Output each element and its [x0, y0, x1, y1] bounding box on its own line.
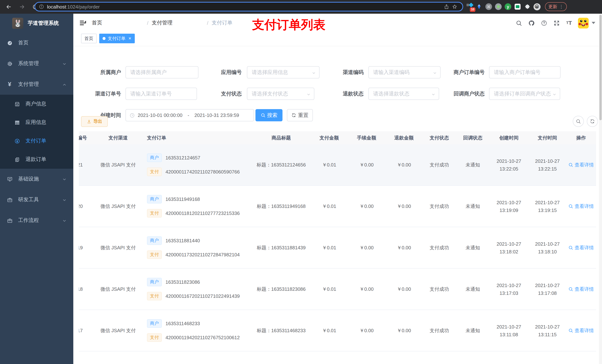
date-range-input[interactable]: 2021-10-01 00:00:00 - 2021-10-31 23:59:5… [126, 109, 254, 121]
channel-order-no-input[interactable]: 请输入渠道订单号 [126, 88, 197, 100]
sidebar-item-app-info[interactable]: 应用信息 [0, 113, 73, 132]
app-logo[interactable]: 🐰 芋道管理系统 [0, 14, 73, 32]
export-button[interactable]: 导出 [81, 116, 108, 127]
filter-label-merchant-order-no: 商户订单编号 [441, 66, 485, 78]
bookmark-star-icon[interactable] [451, 3, 459, 11]
reset-button[interactable]: 重置 [287, 109, 313, 121]
extension-dot-icon[interactable] [495, 3, 502, 10]
cell-refund: ￥0.00 [386, 227, 422, 268]
browser-forward-button[interactable] [17, 2, 27, 12]
github-icon[interactable] [527, 19, 535, 27]
hamburger-icon[interactable] [79, 19, 87, 27]
extension-chat-icon[interactable] [514, 3, 521, 10]
cell-id: 17 [79, 328, 83, 333]
font-size-icon[interactable]: TT [565, 19, 573, 27]
breadcrumb-home[interactable]: 首页 [92, 20, 144, 26]
channel-code-select[interactable]: 请输入渠道编码 [368, 66, 441, 78]
col-actions: 操作 [566, 135, 596, 141]
merchant-select[interactable]: 请选择所属商户 [126, 66, 198, 78]
app-title: 芋道管理系统 [28, 20, 59, 26]
sidebar-item-system[interactable]: 系统管理 [0, 53, 73, 74]
toggle-search-button[interactable] [573, 116, 584, 127]
tags-view-bar: 首页 支付订单 × [73, 32, 602, 46]
scrollbar-thumb[interactable] [599, 15, 602, 120]
sidebar-item-pay-order[interactable]: 支付订单 [0, 132, 73, 150]
main-content: 首页 / 支付管理 / 支付订单 TT 支付订单列表 首页 [73, 14, 602, 364]
sidebar-item-workflow[interactable]: 工作流程 [0, 210, 73, 231]
extensions-puzzle-icon[interactable] [524, 3, 531, 10]
cell-notify: 未通知 [456, 269, 489, 310]
col-create-time: 创建时间 [489, 135, 529, 141]
active-dot [103, 37, 106, 40]
browser-menu-icon[interactable]: ⋮ [559, 5, 563, 9]
caret-down-icon[interactable] [592, 22, 595, 24]
sidebar-item-refund-order[interactable]: 退款订单 [0, 150, 73, 169]
cell-notify: 未通知 [456, 310, 489, 351]
cell-fee: ￥0.00 [347, 144, 386, 185]
view-detail-link[interactable]: 查看详情 [568, 286, 594, 292]
extension-command-icon[interactable]: ⌘ [485, 3, 492, 10]
search-button[interactable]: 搜索 [256, 109, 282, 121]
close-icon[interactable]: × [129, 36, 131, 41]
chevron-down-icon [307, 92, 311, 96]
magnifier-icon [568, 328, 573, 333]
view-detail-link[interactable]: 查看详情 [568, 203, 594, 209]
cell-create-time: 2021-10-2713:18:02 [489, 227, 529, 268]
view-detail-link[interactable]: 查看详情 [568, 161, 594, 168]
pay-status-select[interactable]: 请选择支付状态 [247, 88, 314, 100]
cell-fee: ￥0.00 [347, 310, 386, 351]
profile-avatar-icon[interactable]: 😀 [533, 3, 540, 10]
browser-update-button[interactable]: 更新 ⋮ [545, 2, 567, 11]
extension-y-icon[interactable]: y [504, 3, 512, 10]
table-row: 17 微信 JSAPI 支付 商户 1635311468233 支付 42000… [79, 310, 596, 351]
filter-label-channel-order-no: 渠道订单号 [81, 88, 121, 100]
fullscreen-icon[interactable] [553, 19, 560, 27]
page-annotation-title: 支付订单列表 [252, 17, 325, 33]
cell-notify: 未通知 [456, 227, 489, 268]
chevron-up-icon [62, 82, 67, 87]
search-icon[interactable] [515, 19, 522, 27]
extension-badge-icon[interactable]: 10 [466, 3, 473, 10]
download-icon [87, 119, 91, 124]
sidebar-item-payment[interactable]: ¥ 支付管理 [0, 74, 73, 95]
extension-kite-icon[interactable] [475, 3, 483, 10]
workflow-icon [7, 218, 13, 223]
cell-fee: ￥0.00 [347, 186, 386, 227]
pay-tag: 支付 [147, 292, 162, 300]
view-detail-link[interactable]: 查看详情 [568, 244, 594, 251]
notify-status-select[interactable]: 请选择订单回调商户状态 [489, 88, 560, 100]
logo-image: 🐰 [12, 18, 23, 29]
cell-pay-time: 2021-10-2713:18:10 [529, 227, 566, 268]
orders-table: 编号 支付渠道 支付订单 商品标题 支付金额 手续金额 退款金额 支付状态 回调… [79, 131, 596, 364]
share-icon[interactable] [442, 3, 451, 11]
cell-title: 标题：1635311949168 [251, 186, 311, 227]
cell-refund: ￥0.00 [386, 269, 422, 310]
app-id-select[interactable]: 请选择应用信息 [247, 66, 320, 78]
cell-amount: ￥0.01 [311, 310, 347, 351]
yen-circle-icon [14, 138, 20, 144]
dashboard-icon [7, 40, 13, 46]
sidebar-item-home[interactable]: 首页 [0, 32, 73, 53]
browser-back-button[interactable] [4, 2, 13, 12]
cell-id: 20 [79, 203, 83, 209]
sidebar-item-merchant-info[interactable]: 商户信息 [0, 95, 73, 113]
address-bar[interactable]: localhost:1024/pay/order [34, 2, 463, 11]
view-detail-link[interactable]: 查看详情 [568, 327, 594, 334]
tab-pay-order[interactable]: 支付订单 × [99, 34, 135, 43]
merchant-order-no-input[interactable]: 请输入商户订单编号 [489, 66, 560, 78]
sidebar-item-dev-tools[interactable]: 研发工具 [0, 189, 73, 210]
breadcrumb-payment[interactable]: 支付管理 [152, 20, 204, 26]
table-row: 19 微信 JSAPI 支付 商户 1635311881440 支付 42000… [79, 227, 596, 269]
tab-home[interactable]: 首页 [81, 34, 97, 43]
table-row: 20 微信 JSAPI 支付 商户 1635311949168 支付 42000… [79, 186, 596, 227]
merchant-tag: 商户 [147, 195, 162, 203]
sidebar-item-infrastructure[interactable]: 基础设施 [0, 169, 73, 189]
help-icon[interactable] [540, 19, 548, 27]
refresh-table-button[interactable] [587, 116, 598, 127]
table-header-row: 编号 支付渠道 支付订单 商品标题 支付金额 手续金额 退款金额 支付状态 回调… [79, 131, 596, 144]
search-icon [260, 113, 265, 118]
user-avatar[interactable] [578, 18, 589, 28]
refund-status-select[interactable]: 请选择退款状态 [368, 88, 439, 100]
site-info-icon[interactable] [39, 4, 44, 9]
merchant-tag: 商户 [147, 154, 162, 162]
